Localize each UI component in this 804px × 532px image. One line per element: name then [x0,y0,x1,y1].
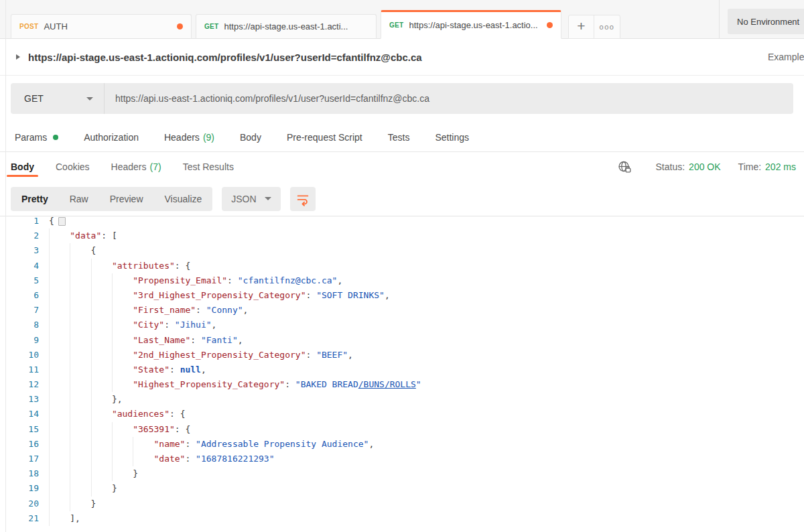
response-tab-headers[interactable]: Headers(7) [107,152,165,182]
format-select[interactable]: JSON [222,187,280,211]
network-ssl-icon[interactable] [618,160,632,174]
token-punc: ], [70,513,80,523]
tab-title-label: https://api-stage.us-east-1.actio... [409,20,541,30]
token-str: "SOFT DRINKS" [316,290,385,300]
code-lines: 1{2"data": [3{4"attributes": {5"Propensi… [0,216,804,526]
token-link: /BUNS/ROLLS [358,379,416,389]
unsaved-dot-icon [547,22,553,28]
token-key: "365391" [133,424,175,434]
token-punc: , [385,290,390,300]
indent-guide-icon [91,481,112,496]
collapse-arrow-icon[interactable] [16,54,20,60]
response-tab-body[interactable]: Body [7,152,38,182]
indent-guide-icon [49,466,70,481]
code-text: "name": "Addressable Propensity Audience… [49,437,374,452]
token-key: "date" [153,454,185,464]
request-tab[interactable]: GEThttps://api-stage.us-east-1.acti... [196,14,377,39]
token-punc: , [348,350,353,360]
request-section-tab-pre-request-script[interactable]: Pre-request Script [287,132,362,143]
code-line: 12"Highest_Propensity_Category": "BAKED … [0,377,804,392]
code-line: 3{ [0,243,804,258]
format-value: JSON [231,194,256,204]
request-section-tab-tests[interactable]: Tests [388,132,410,143]
examples-button[interactable]: Examples [768,52,804,62]
wrap-text-icon [295,192,310,206]
token-punc: : { [170,409,185,419]
code-line: 6"3rd_Highest_Propensity_Category": "SOF… [0,288,804,303]
response-tab-cookies[interactable]: Cookies [52,152,94,182]
token-punc: : [185,439,196,449]
indent-guide-icon [70,333,90,348]
indent-guide-icon [49,318,70,332]
token-punc: , [238,335,243,345]
view-mode-pretty[interactable]: Pretty [11,187,59,211]
response-tab-label: Cookies [56,161,90,172]
new-tab-button[interactable]: + [569,15,594,38]
token-punc: : { [175,424,190,434]
wrap-lines-button[interactable] [290,187,316,211]
code-text: } [49,466,138,481]
environment-selector[interactable]: No Environment [728,9,804,34]
request-section-tab-body[interactable]: Body [240,132,261,143]
view-mode-visualize[interactable]: Visualize [154,187,213,211]
view-mode-group: PrettyRawPreviewVisualize [11,187,212,211]
fold-marker-icon[interactable] [58,217,66,226]
url-input[interactable]: https://api.us-east-1.actioniq.com/profi… [105,93,429,104]
code-line: 2"data": [ [0,228,804,243]
request-tab[interactable]: GEThttps://api-stage.us-east-1.actio... [381,10,561,39]
tab-strip: POSTAUTHGEThttps://api-stage.us-east-1.a… [0,0,804,39]
tab-options-button[interactable]: ooo [594,15,620,38]
token-punc: : [196,305,206,315]
token-punc: : [164,320,175,330]
code-line: 4"attributes": { [0,259,804,273]
indent-guide-icon [70,273,90,288]
tab-method-label: GET [204,23,218,30]
response-tab-test-results[interactable]: Test Results [179,152,238,182]
indent-guide-icon [91,452,112,466]
token-punc: : [306,290,316,300]
request-section-tab-settings[interactable]: Settings [435,132,469,143]
indent-guide-icon [49,377,70,392]
indent-guide-icon [49,452,70,466]
token-key: "name" [153,439,185,449]
request-section-tab-params[interactable]: Params [15,132,58,143]
view-mode-preview[interactable]: Preview [99,187,154,211]
token-punc: : [ [101,230,117,241]
view-mode-raw[interactable]: Raw [59,187,99,211]
tab-strip-tabs: POSTAUTHGEThttps://api-stage.us-east-1.a… [11,10,565,39]
response-body-viewer[interactable]: 1{2"data": [3{4"attributes": {5"Propensi… [0,216,804,532]
indent-guide-icon [91,377,112,392]
code-text: "2nd_Highest_Propensity_Category": "BEEF… [49,348,353,362]
token-key: "attributes" [112,261,175,271]
method-select[interactable]: GET [11,83,105,114]
indent-guide-icon [70,437,90,452]
code-line: 15"365391": { [0,422,804,437]
response-header: BodyCookiesHeaders(7)Test Results Status… [0,152,804,182]
code-line: 5"Propensity_Email": "cfantilfnz@cbc.ca"… [0,273,804,288]
request-tab[interactable]: POSTAUTH [11,14,192,39]
indent-guide-icon [70,243,90,258]
params-dot-icon [53,135,58,140]
token-str: "cfantilfnz@cbc.ca" [238,275,338,285]
token-key: "First_name" [133,305,196,315]
code-line: 20} [0,496,804,511]
request-section-tab-authorization[interactable]: Authorization [84,132,139,143]
token-key: "3rd_Highest_Propensity_Category" [133,290,306,300]
code-text: "City": "Jihui", [49,318,216,332]
indent-guide-icon [70,392,90,407]
method-value: GET [24,93,44,104]
indent-guide-icon [91,333,112,348]
request-section-tab-headers[interactable]: Headers(9) [164,132,214,143]
indent-guide-icon [70,348,90,362]
token-key: "State" [133,364,170,375]
request-section-tab-label: Params [15,132,47,143]
indent-guide-icon [49,259,70,273]
token-punc: , [243,305,249,315]
indent-guide-icon [70,481,90,496]
token-punc: } [91,498,96,509]
url-section: GET https://api.us-east-1.actioniq.com/p… [0,76,804,123]
request-section-tab-label: Pre-request Script [287,132,362,143]
code-line: 18} [0,466,804,481]
indent-guide-icon [49,348,70,362]
response-tabs: BodyCookiesHeaders(7)Test Results [7,152,251,182]
